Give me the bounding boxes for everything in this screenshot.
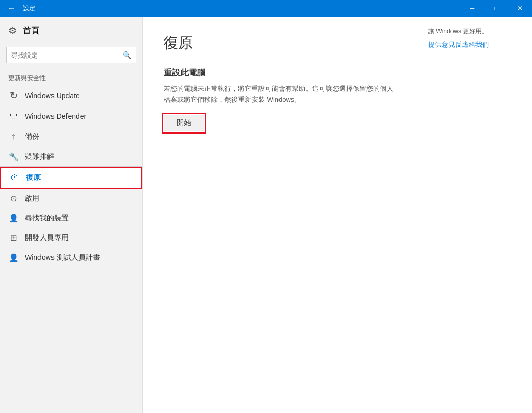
search-icon: 🔍 <box>123 51 131 59</box>
content-area: 復原 重設此電腦 若您的電腦未正常執行，將它重設可能會有幫助。這可讓您選擇保留您… <box>143 17 418 413</box>
find-device-icon: 👤 <box>8 214 19 223</box>
sidebar-item-label: Windows 測試人員計畫 <box>25 253 100 262</box>
sidebar-item-label: 尋找我的裝置 <box>25 214 69 223</box>
trouble-icon: 🔧 <box>8 152 19 162</box>
sidebar-item-developer[interactable]: ⊞ 開發人員專用 <box>0 228 142 248</box>
insider-icon: 👤 <box>8 253 19 262</box>
sidebar-item-find-device[interactable]: 👤 尋找我的裝置 <box>0 208 142 228</box>
right-panel: 讓 Windows 更好用。 提供意見反應給我們 <box>418 17 532 413</box>
sidebar-item-label: 復原 <box>26 173 41 182</box>
sidebar-item-label: 開發人員專用 <box>25 233 69 243</box>
sidebar-home-label: 首頁 <box>23 25 39 36</box>
reset-start-button[interactable]: 開始 <box>164 115 204 131</box>
recovery-icon: ⏱ <box>9 173 20 182</box>
main-layout: ⚙ 首頁 🔍 更新與安全性 ↻ Windows Update 🛡 Windows… <box>0 17 532 413</box>
sidebar-item-home[interactable]: ⚙ 首頁 <box>0 17 142 45</box>
sidebar-item-backup[interactable]: ↑ 備份 <box>0 126 142 147</box>
sidebar: ⚙ 首頁 🔍 更新與安全性 ↻ Windows Update 🛡 Windows… <box>0 17 143 413</box>
window-title: 設定 <box>23 4 460 13</box>
sidebar-item-activate[interactable]: ⊙ 啟用 <box>0 189 142 208</box>
sidebar-item-label: 疑難排解 <box>25 152 54 162</box>
defender-icon: 🛡 <box>8 112 19 121</box>
backup-icon: ↑ <box>8 131 19 142</box>
window-controls: ─ □ ✕ <box>460 0 532 17</box>
developer-icon: ⊞ <box>8 233 19 243</box>
reset-section-description: 若您的電腦未正常執行，將它重設可能會有幫助。這可讓您選擇保留您的個人檔案或將它們… <box>164 84 397 105</box>
sidebar-item-troubleshoot[interactable]: 🔧 疑難排解 <box>0 147 142 167</box>
search-input[interactable] <box>11 51 123 59</box>
sidebar-item-windows-update[interactable]: ↻ Windows Update <box>0 85 142 106</box>
activate-icon: ⊙ <box>8 194 19 203</box>
home-icon: ⚙ <box>8 25 17 36</box>
sidebar-item-recovery[interactable]: ⏱ 復原 <box>0 167 142 189</box>
sidebar-section-label: 更新與安全性 <box>0 70 142 85</box>
feedback-link[interactable]: 提供意見反應給我們 <box>428 41 489 48</box>
back-button[interactable]: ← <box>4 1 19 16</box>
reset-section-title: 重設此電腦 <box>164 68 397 78</box>
minimize-button[interactable]: ─ <box>460 0 484 17</box>
sidebar-item-insider[interactable]: 👤 Windows 測試人員計畫 <box>0 248 142 268</box>
search-box[interactable]: 🔍 <box>6 47 136 63</box>
titlebar: ← 設定 ─ □ ✕ <box>0 0 532 17</box>
sidebar-item-label: Windows Update <box>25 91 80 100</box>
sidebar-item-label: Windows Defender <box>25 112 86 121</box>
restore-button[interactable]: □ <box>484 0 508 17</box>
page-title: 復原 <box>164 33 397 53</box>
update-icon: ↻ <box>8 90 19 101</box>
sidebar-item-windows-defender[interactable]: 🛡 Windows Defender <box>0 106 142 126</box>
right-panel-text: 讓 Windows 更好用。 <box>428 27 522 36</box>
close-button[interactable]: ✕ <box>508 0 532 17</box>
sidebar-item-label: 啟用 <box>25 194 39 203</box>
sidebar-item-label: 備份 <box>25 132 39 141</box>
